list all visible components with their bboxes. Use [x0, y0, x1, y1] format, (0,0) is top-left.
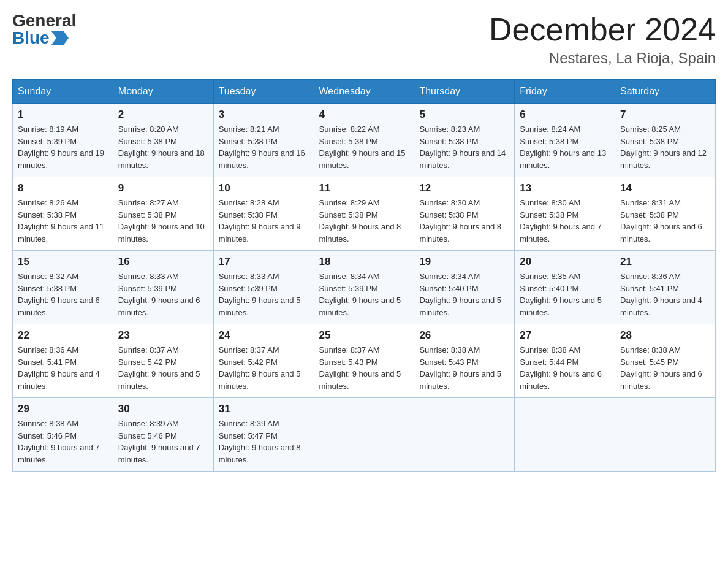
- location: Nestares, La Rioja, Spain: [489, 50, 716, 67]
- header-tuesday: Tuesday: [213, 80, 314, 104]
- header-saturday: Saturday: [615, 80, 716, 104]
- calendar-cell: [314, 398, 414, 472]
- calendar-cell: 3 Sunrise: 8:21 AMSunset: 5:38 PMDayligh…: [213, 104, 314, 177]
- calendar-cell: 14 Sunrise: 8:31 AMSunset: 5:38 PMDaylig…: [615, 177, 716, 251]
- calendar-cell: [615, 398, 716, 472]
- day-info: Sunrise: 8:31 AMSunset: 5:38 PMDaylight:…: [620, 198, 702, 243]
- calendar-table: Sunday Monday Tuesday Wednesday Thursday…: [12, 79, 716, 472]
- calendar-cell: 30 Sunrise: 8:39 AMSunset: 5:46 PMDaylig…: [113, 398, 213, 472]
- day-number: 25: [319, 329, 409, 342]
- day-number: 14: [620, 182, 710, 194]
- day-number: 11: [319, 182, 409, 194]
- logo: General Blue: [12, 12, 76, 47]
- calendar-cell: 8 Sunrise: 8:26 AMSunset: 5:38 PMDayligh…: [13, 177, 113, 251]
- calendar-cell: 25 Sunrise: 8:37 AMSunset: 5:43 PMDaylig…: [314, 324, 414, 398]
- header-thursday: Thursday: [414, 80, 515, 104]
- header-sunday: Sunday: [13, 80, 113, 104]
- calendar-cell: 16 Sunrise: 8:33 AMSunset: 5:39 PMDaylig…: [113, 251, 213, 324]
- day-number: 12: [419, 182, 509, 194]
- day-number: 7: [620, 109, 710, 121]
- day-info: Sunrise: 8:38 AMSunset: 5:44 PMDaylight:…: [520, 345, 602, 391]
- day-number: 31: [219, 403, 309, 415]
- calendar-cell: [414, 398, 515, 472]
- calendar-cell: 20 Sunrise: 8:35 AMSunset: 5:40 PMDaylig…: [515, 251, 615, 324]
- day-info: Sunrise: 8:36 AMSunset: 5:41 PMDaylight:…: [18, 345, 100, 391]
- calendar-cell: 26 Sunrise: 8:38 AMSunset: 5:43 PMDaylig…: [414, 324, 515, 398]
- day-info: Sunrise: 8:37 AMSunset: 5:42 PMDaylight:…: [118, 345, 200, 391]
- day-info: Sunrise: 8:36 AMSunset: 5:41 PMDaylight:…: [620, 272, 702, 317]
- title-section: December 2024 Nestares, La Rioja, Spain: [489, 12, 716, 67]
- logo-arrow-icon: [51, 31, 69, 45]
- day-number: 13: [520, 182, 610, 194]
- calendar-cell: 2 Sunrise: 8:20 AMSunset: 5:38 PMDayligh…: [113, 104, 213, 177]
- day-info: Sunrise: 8:30 AMSunset: 5:38 PMDaylight:…: [419, 198, 501, 243]
- day-info: Sunrise: 8:38 AMSunset: 5:46 PMDaylight:…: [18, 419, 100, 464]
- day-number: 15: [18, 256, 108, 268]
- day-info: Sunrise: 8:39 AMSunset: 5:46 PMDaylight:…: [118, 419, 200, 464]
- day-number: 10: [219, 182, 309, 194]
- day-number: 2: [118, 109, 208, 121]
- calendar-week-3: 15 Sunrise: 8:32 AMSunset: 5:38 PMDaylig…: [13, 251, 716, 324]
- day-number: 6: [520, 109, 610, 121]
- calendar-cell: 5 Sunrise: 8:23 AMSunset: 5:38 PMDayligh…: [414, 104, 515, 177]
- calendar-body: 1 Sunrise: 8:19 AMSunset: 5:39 PMDayligh…: [13, 104, 716, 472]
- svg-marker-0: [51, 31, 69, 45]
- day-number: 21: [620, 256, 710, 268]
- day-number: 3: [219, 109, 309, 121]
- day-number: 30: [118, 403, 208, 415]
- day-number: 28: [620, 329, 710, 342]
- calendar-cell: 27 Sunrise: 8:38 AMSunset: 5:44 PMDaylig…: [515, 324, 615, 398]
- day-number: 19: [419, 256, 509, 268]
- day-info: Sunrise: 8:23 AMSunset: 5:38 PMDaylight:…: [419, 124, 506, 170]
- day-number: 9: [118, 182, 208, 194]
- calendar-cell: 11 Sunrise: 8:29 AMSunset: 5:38 PMDaylig…: [314, 177, 414, 251]
- calendar-cell: 28 Sunrise: 8:38 AMSunset: 5:45 PMDaylig…: [615, 324, 716, 398]
- calendar-cell: 19 Sunrise: 8:34 AMSunset: 5:40 PMDaylig…: [414, 251, 515, 324]
- day-info: Sunrise: 8:28 AMSunset: 5:38 PMDaylight:…: [219, 198, 301, 243]
- day-info: Sunrise: 8:33 AMSunset: 5:39 PMDaylight:…: [219, 272, 301, 317]
- header-friday: Friday: [515, 80, 615, 104]
- calendar-cell: 24 Sunrise: 8:37 AMSunset: 5:42 PMDaylig…: [213, 324, 314, 398]
- day-number: 17: [219, 256, 309, 268]
- day-number: 5: [419, 109, 509, 121]
- day-info: Sunrise: 8:21 AMSunset: 5:38 PMDaylight:…: [219, 124, 305, 170]
- day-number: 22: [18, 329, 108, 342]
- day-info: Sunrise: 8:19 AMSunset: 5:39 PMDaylight:…: [18, 124, 104, 170]
- day-info: Sunrise: 8:26 AMSunset: 5:38 PMDaylight:…: [18, 198, 104, 243]
- day-number: 18: [319, 256, 409, 268]
- calendar-cell: 12 Sunrise: 8:30 AMSunset: 5:38 PMDaylig…: [414, 177, 515, 251]
- calendar-cell: 4 Sunrise: 8:22 AMSunset: 5:38 PMDayligh…: [314, 104, 414, 177]
- day-number: 27: [520, 329, 610, 342]
- logo-blue-text: Blue: [12, 29, 69, 47]
- calendar-week-4: 22 Sunrise: 8:36 AMSunset: 5:41 PMDaylig…: [13, 324, 716, 398]
- calendar-cell: 31 Sunrise: 8:39 AMSunset: 5:47 PMDaylig…: [213, 398, 314, 472]
- day-info: Sunrise: 8:25 AMSunset: 5:38 PMDaylight:…: [620, 124, 707, 170]
- day-info: Sunrise: 8:30 AMSunset: 5:38 PMDaylight:…: [520, 198, 602, 243]
- page-header: General Blue December 2024 Nestares, La …: [12, 12, 716, 67]
- calendar-week-5: 29 Sunrise: 8:38 AMSunset: 5:46 PMDaylig…: [13, 398, 716, 472]
- day-info: Sunrise: 8:39 AMSunset: 5:47 PMDaylight:…: [219, 419, 301, 464]
- day-info: Sunrise: 8:33 AMSunset: 5:39 PMDaylight:…: [118, 272, 200, 317]
- day-info: Sunrise: 8:24 AMSunset: 5:38 PMDaylight:…: [520, 124, 606, 170]
- calendar-header: Sunday Monday Tuesday Wednesday Thursday…: [13, 80, 716, 104]
- calendar-cell: 7 Sunrise: 8:25 AMSunset: 5:38 PMDayligh…: [615, 104, 716, 177]
- day-number: 29: [18, 403, 108, 415]
- day-info: Sunrise: 8:34 AMSunset: 5:39 PMDaylight:…: [319, 272, 401, 317]
- calendar-cell: 21 Sunrise: 8:36 AMSunset: 5:41 PMDaylig…: [615, 251, 716, 324]
- logo-general-text: General: [12, 12, 76, 29]
- calendar-cell: 18 Sunrise: 8:34 AMSunset: 5:39 PMDaylig…: [314, 251, 414, 324]
- day-info: Sunrise: 8:38 AMSunset: 5:43 PMDaylight:…: [419, 345, 501, 391]
- header-monday: Monday: [113, 80, 213, 104]
- calendar-cell: 10 Sunrise: 8:28 AMSunset: 5:38 PMDaylig…: [213, 177, 314, 251]
- calendar-cell: 22 Sunrise: 8:36 AMSunset: 5:41 PMDaylig…: [13, 324, 113, 398]
- calendar-cell: 9 Sunrise: 8:27 AMSunset: 5:38 PMDayligh…: [113, 177, 213, 251]
- day-number: 20: [520, 256, 610, 268]
- calendar-cell: 29 Sunrise: 8:38 AMSunset: 5:46 PMDaylig…: [13, 398, 113, 472]
- day-info: Sunrise: 8:29 AMSunset: 5:38 PMDaylight:…: [319, 198, 401, 243]
- day-number: 24: [219, 329, 309, 342]
- day-info: Sunrise: 8:20 AMSunset: 5:38 PMDaylight:…: [118, 124, 205, 170]
- month-title: December 2024: [489, 12, 716, 47]
- day-number: 8: [18, 182, 108, 194]
- day-number: 4: [319, 109, 409, 121]
- day-number: 26: [419, 329, 509, 342]
